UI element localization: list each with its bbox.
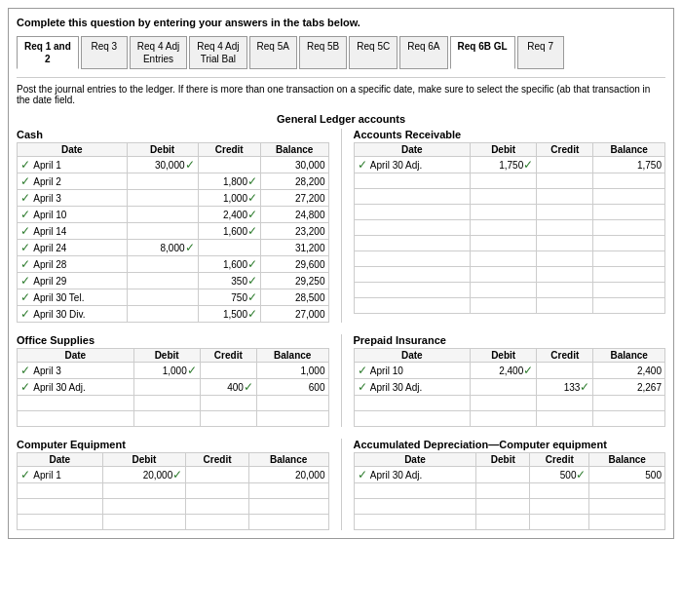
table-row: ✓ April 102,400✓24,800 — [18, 207, 329, 223]
cell-date — [354, 499, 476, 515]
cell-date: ✓ April 10 — [354, 363, 471, 379]
cell-date — [354, 267, 471, 283]
cell-balance — [593, 236, 665, 251]
cash-account-name: Cash — [17, 129, 329, 140]
cell-credit — [537, 236, 593, 251]
tab-req3[interactable]: Req 3 — [81, 36, 128, 69]
cell-date: ✓ April 10 — [18, 207, 128, 223]
cell-balance — [593, 205, 665, 220]
cell-debit — [102, 499, 186, 515]
check-icon: ✓ — [172, 468, 182, 481]
cell-credit: 1,000✓ — [198, 190, 260, 207]
cell-credit: 1,800✓ — [198, 173, 260, 190]
table-row: ✓ April 30 Div.1,500✓27,000 — [18, 306, 329, 323]
cell-credit: 133✓ — [537, 379, 593, 396]
cell-balance: 1,750 — [593, 157, 665, 173]
check-icon: ✓ — [244, 380, 253, 394]
cell-date — [354, 236, 471, 251]
cell-debit — [476, 515, 530, 530]
cell-date — [354, 515, 476, 530]
cell-balance — [593, 396, 665, 411]
cell-date: ✓ April 30 Tel. — [18, 289, 128, 306]
cell-balance: 30,000 — [260, 157, 328, 173]
tab-req5a[interactable]: Req 5A — [249, 36, 297, 69]
cell-debit: 2,400✓ — [471, 363, 537, 379]
cell-debit — [127, 207, 198, 223]
tab-req4-adj-trial[interactable]: Req 4 Adj Trial Bal — [189, 36, 246, 69]
check-icon: ✓ — [20, 468, 33, 481]
ce-col-date: Date — [18, 453, 103, 467]
cell-balance: 27,200 — [260, 190, 328, 207]
table-row — [354, 298, 665, 314]
check-icon: ✓ — [358, 468, 370, 481]
cell-debit — [102, 483, 186, 499]
cell-date: ✓ April 30 Adj. — [354, 379, 471, 396]
pi-col-debit: Debit — [471, 349, 537, 363]
cell-balance: 1,000 — [256, 363, 328, 379]
table-row — [354, 220, 665, 236]
cell-debit — [133, 411, 200, 427]
tab-req6a[interactable]: Req 6A — [399, 36, 447, 69]
cell-balance — [593, 298, 665, 314]
office-supplies-block: Office Supplies Date Debit Credit Balanc… — [17, 334, 329, 427]
ar-col-balance: Balance — [593, 143, 665, 157]
table-row — [18, 515, 329, 530]
cell-date — [354, 396, 471, 411]
check-icon: ✓ — [247, 307, 257, 321]
table-row — [354, 267, 665, 283]
tab-req4-adj-entries[interactable]: Req 4 Adj Entries — [130, 36, 187, 69]
ar-table: Date Debit Credit Balance ✓ April 30 Adj… — [354, 142, 666, 314]
pi-col-date: Date — [354, 349, 471, 363]
tab-req6b-gl[interactable]: Req 6B GL — [450, 36, 515, 69]
cell-debit — [127, 173, 198, 190]
os-col-debit: Debit — [133, 349, 200, 363]
office-supplies-table: Date Debit Credit Balance ✓ April 31,000… — [17, 348, 329, 427]
cell-debit — [127, 289, 198, 306]
bottom-ledger-row: Computer Equipment Date Debit Credit Bal… — [17, 439, 665, 530]
cell-date: ✓ April 30 Adj. — [18, 379, 134, 396]
computer-equipment-block: Computer Equipment Date Debit Credit Bal… — [17, 439, 329, 530]
check-icon: ✓ — [20, 174, 33, 188]
cell-debit — [127, 273, 198, 289]
table-row: ✓ April 141,600✓23,200 — [18, 223, 329, 240]
table-row: ✓ April 21,800✓28,200 — [18, 173, 329, 190]
cell-debit: 1,000✓ — [133, 363, 200, 379]
check-icon: ✓ — [247, 290, 257, 304]
cell-date — [354, 173, 471, 189]
cell-credit — [186, 515, 249, 530]
cell-date: ✓ April 3 — [18, 190, 128, 207]
cell-debit — [471, 236, 537, 251]
table-row — [354, 236, 665, 251]
cell-credit — [537, 173, 593, 189]
cell-credit — [186, 467, 249, 483]
cash-table: Date Debit Credit Balance ✓ April 130,00… — [17, 142, 329, 323]
cell-credit — [537, 205, 593, 220]
check-icon: ✓ — [358, 380, 370, 394]
table-row — [354, 205, 665, 220]
cell-debit — [471, 251, 537, 267]
table-row — [354, 499, 665, 515]
post-note-text: Post the journal entries to the ledger. … — [17, 77, 665, 105]
cell-debit — [471, 189, 537, 205]
cell-credit — [537, 267, 593, 283]
check-icon: ✓ — [187, 364, 197, 377]
cell-debit — [471, 205, 537, 220]
check-icon: ✓ — [247, 191, 257, 205]
cell-balance — [593, 189, 665, 205]
tab-req1-2[interactable]: Req 1 and 2 — [17, 36, 79, 69]
tab-req7[interactable]: Req 7 — [517, 36, 564, 69]
cell-debit — [476, 483, 530, 499]
cell-date: ✓ April 14 — [18, 223, 128, 240]
os-col-date: Date — [18, 349, 134, 363]
cell-credit — [198, 240, 260, 256]
main-container: Complete this question by entering your … — [8, 8, 674, 539]
tab-req5b[interactable]: Req 5B — [299, 36, 347, 69]
check-icon: ✓ — [576, 468, 586, 481]
table-row: ✓ April 281,600✓29,600 — [18, 256, 329, 273]
cell-debit: 8,000✓ — [127, 240, 198, 256]
vertical-divider-2 — [341, 334, 342, 427]
table-row — [354, 283, 665, 298]
tab-req5c[interactable]: Req 5C — [349, 36, 398, 69]
check-icon: ✓ — [247, 208, 257, 221]
cell-debit — [127, 306, 198, 323]
